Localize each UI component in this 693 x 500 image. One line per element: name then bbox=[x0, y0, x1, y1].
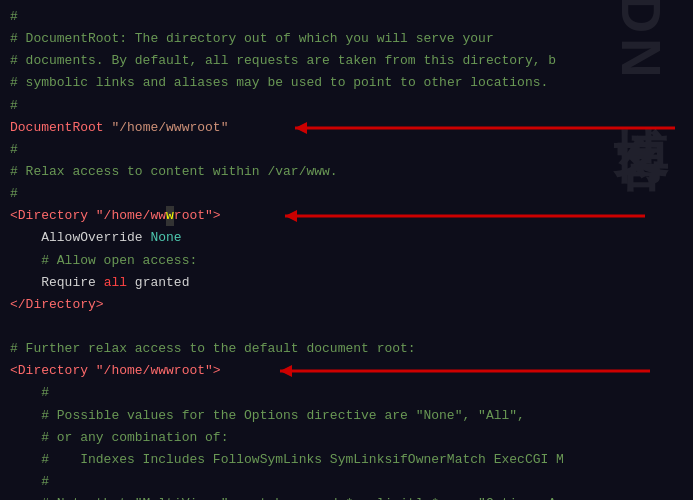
line-text: # Indexes Includes FollowSymLinks SymLin… bbox=[10, 450, 564, 470]
code-line-21: # Indexes Includes FollowSymLinks SymLin… bbox=[0, 449, 693, 471]
line-text: # Possible values for the Options direct… bbox=[10, 406, 525, 426]
code-line-19: # Possible values for the Options direct… bbox=[0, 405, 693, 427]
none-keyword: None bbox=[150, 228, 181, 248]
code-line-9: # bbox=[0, 183, 693, 205]
line-text-dot: . bbox=[541, 73, 549, 93]
code-line-23: # Note that "MultiViews" must be named *… bbox=[0, 493, 693, 500]
all-keyword: all bbox=[104, 273, 127, 293]
svg-marker-5 bbox=[280, 365, 292, 377]
code-line-8: # Relax access to content within /var/ww… bbox=[0, 161, 693, 183]
code-line-16: # Further relax access to the default do… bbox=[0, 338, 693, 360]
code-editor: # # DocumentRoot: The directory out of w… bbox=[0, 0, 693, 500]
code-line-3: # documents. By default, all requests ar… bbox=[0, 50, 693, 72]
code-line-1: # bbox=[0, 6, 693, 28]
code-line-6: DocumentRoot "/home/wwwroot" bbox=[0, 117, 693, 139]
line-text: # bbox=[10, 96, 18, 116]
directive-documentroot: DocumentRoot bbox=[10, 118, 111, 138]
line-text: # bbox=[10, 472, 49, 492]
code-line-15 bbox=[0, 316, 693, 338]
code-line-13: Require all granted bbox=[0, 272, 693, 294]
code-line-4: # symbolic links and aliases may be used… bbox=[0, 72, 693, 94]
svg-marker-3 bbox=[285, 210, 297, 222]
line-text: # documents. By default, all requests ar… bbox=[10, 51, 556, 71]
line-text: # bbox=[10, 7, 18, 27]
code-line-11: AllowOverride None bbox=[0, 227, 693, 249]
code-line-14: </Directory> bbox=[0, 294, 693, 316]
line-text: # Relax access to content within /var/ww… bbox=[10, 162, 338, 182]
line-text: # Note that "MultiViews" must be named *… bbox=[10, 494, 556, 500]
directory-tag-1b: root"> bbox=[174, 206, 221, 226]
line-text-and: and bbox=[143, 73, 166, 93]
line-text: # DocumentRoot: The directory out of whi… bbox=[10, 29, 494, 49]
code-line-7: # bbox=[0, 139, 693, 161]
line-text: # bbox=[10, 184, 18, 204]
line-text-granted: granted bbox=[127, 273, 189, 293]
arrow-3 bbox=[270, 359, 660, 383]
arrow-2 bbox=[275, 204, 655, 228]
svg-marker-1 bbox=[295, 122, 307, 134]
highlight-char: w bbox=[166, 206, 174, 226]
line-text-loc: locations bbox=[463, 73, 541, 93]
code-line-18: # bbox=[0, 382, 693, 404]
code-line-5: # bbox=[0, 95, 693, 117]
directory-tag-2: <Directory "/home/wwwroot"> bbox=[10, 361, 221, 381]
directory-tag-1: <Directory "/home/ww bbox=[10, 206, 166, 226]
watermark: CSDN博客 bbox=[604, 0, 678, 250]
line-text: Require bbox=[10, 273, 104, 293]
directive-value: "/home/wwwroot" bbox=[111, 118, 228, 138]
code-line-12: # Allow open access: bbox=[0, 250, 693, 272]
line-text: # bbox=[10, 383, 49, 403]
code-line-20: # or any combination of: bbox=[0, 427, 693, 449]
close-directory-tag: </Directory> bbox=[10, 295, 104, 315]
line-text-to2: to bbox=[400, 73, 416, 93]
line-text-point: point bbox=[345, 73, 400, 93]
line-text: # Allow open access: bbox=[10, 251, 197, 271]
line-text: # bbox=[10, 140, 18, 160]
line-text: # symbolic links bbox=[10, 73, 143, 93]
code-line-10: <Directory "/home/wwwroot"> bbox=[0, 205, 693, 227]
code-line-17: <Directory "/home/wwwroot"> bbox=[0, 360, 693, 382]
code-line-22: # bbox=[0, 471, 693, 493]
line-text-other: other bbox=[416, 73, 463, 93]
line-text-rest: aliases may be used bbox=[166, 73, 330, 93]
blank-line bbox=[10, 317, 18, 337]
code-line-2: # DocumentRoot: The directory out of whi… bbox=[0, 28, 693, 50]
line-text-to: to bbox=[330, 73, 346, 93]
line-text: AllowOverride bbox=[10, 228, 150, 248]
line-text: # or any combination of: bbox=[10, 428, 228, 448]
line-text: # Further relax access to the default do… bbox=[10, 339, 416, 359]
